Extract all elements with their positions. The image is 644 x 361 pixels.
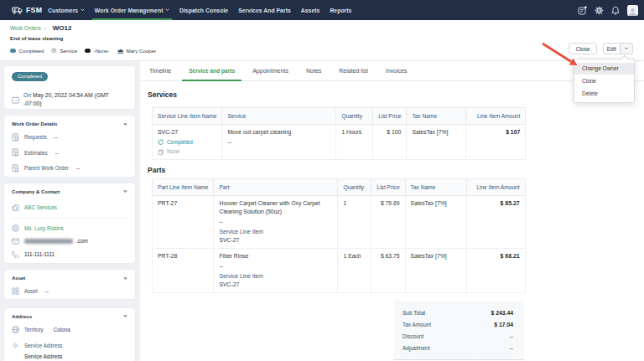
page-header: Work Orders › WO12 End of lease cleaning… bbox=[0, 20, 644, 61]
service-line-item-ref[interactable]: SVC-27 bbox=[219, 236, 332, 244]
collapse-chevron-icon[interactable] bbox=[123, 315, 127, 317]
settings-gear-icon[interactable] bbox=[595, 6, 604, 15]
summary-label: Adjustment bbox=[402, 345, 430, 351]
service-line-item-label: Service Line Item bbox=[219, 228, 332, 235]
territory-link[interactable]: Territory bbox=[24, 327, 44, 333]
layers-icon bbox=[158, 149, 164, 156]
parts-section-title: Parts bbox=[148, 160, 644, 174]
service-line-item-label: Service Line Item bbox=[219, 272, 332, 280]
phone-number: 111-111-1111 bbox=[24, 251, 55, 257]
part-tax: SalesTax [7%] bbox=[405, 196, 466, 248]
tab-service-and-parts[interactable]: Service and parts bbox=[189, 61, 235, 80]
collapse-chevron-icon[interactable] bbox=[123, 277, 127, 280]
menu-item-change-owner[interactable]: Change Owner bbox=[574, 63, 634, 75]
nav-item-dispatch-console[interactable]: Dispatch Console bbox=[174, 0, 233, 20]
fsm-logo[interactable]: FSM bbox=[0, 0, 43, 20]
contact-item: Ms. Lucy Robins bbox=[4, 222, 135, 235]
tab-bar: Timeline Service and parts Appointments … bbox=[140, 61, 644, 81]
part-row-prt27[interactable]: PRT-27 Hoover Carpet Cleaner with Oxy Ca… bbox=[153, 196, 526, 248]
collapse-chevron-icon[interactable] bbox=[123, 190, 127, 193]
parent-work-order-item: Parent Work Order-- bbox=[4, 161, 135, 176]
edit-menu-caret-button[interactable] bbox=[621, 43, 634, 54]
part-note: -- bbox=[219, 262, 332, 270]
service-row-svc27[interactable]: SVC-27 Completed None Move out carpet cl… bbox=[153, 125, 526, 160]
asset-header: Asset bbox=[4, 270, 135, 284]
requests-link[interactable]: Requests bbox=[24, 134, 47, 140]
tab-notes[interactable]: Notes bbox=[306, 61, 321, 80]
truck-icon bbox=[12, 7, 23, 14]
menu-item-clone[interactable]: Clone bbox=[574, 75, 634, 87]
breadcrumb-work-orders[interactable]: Work Orders bbox=[10, 25, 41, 31]
service-status: Completed bbox=[158, 139, 216, 147]
part-line-item-name[interactable]: PRT-28 bbox=[158, 252, 208, 260]
tab-appointments[interactable]: Appointments bbox=[252, 61, 288, 80]
part-amount: $ 68.21 bbox=[466, 248, 525, 292]
service-address-link[interactable]: Service Address bbox=[24, 343, 63, 348]
card-title: Asset bbox=[12, 276, 25, 281]
nav-item-customers[interactable]: Customers bbox=[43, 0, 89, 20]
col-list-price: List Price bbox=[371, 179, 405, 196]
main-panel: Timeline Service and parts Appointments … bbox=[140, 61, 644, 361]
part-row-prt28[interactable]: PRT-28 Fiber Rinse -- Service Line Item … bbox=[153, 248, 526, 292]
company-link[interactable]: ABC Services bbox=[24, 204, 57, 210]
status-card: Completed On May 20, 2022 04:54 AM (GMT … bbox=[3, 65, 136, 110]
estimates-link[interactable]: Estimates bbox=[24, 150, 48, 156]
part-note: -- bbox=[219, 218, 332, 225]
scheduled-datetime-row: On May 20, 2022 04:54 AM (GMT -07:00) bbox=[4, 81, 135, 109]
col-service-line-item-name: Service Line Item Name bbox=[153, 108, 222, 125]
part-tax: SalesTax [7%] bbox=[405, 248, 466, 292]
status-cycle-icon bbox=[158, 139, 164, 146]
asset-link[interactable]: Asset bbox=[24, 288, 38, 294]
service-address-gear-icon bbox=[12, 342, 19, 349]
chevron-down-icon bbox=[165, 8, 169, 12]
territory-item: TerritoryColona bbox=[4, 322, 135, 337]
card-title: Work Order Details bbox=[12, 121, 57, 126]
fsm-work-order-page: FSM Customers Work Order Management Disp… bbox=[0, 0, 644, 361]
part-line-item-name[interactable]: PRT-27 bbox=[158, 199, 208, 208]
service-line-item-name[interactable]: SVC-27 bbox=[158, 128, 216, 137]
services-section-title: Services bbox=[148, 81, 644, 99]
nav-item-reports[interactable]: Reports bbox=[325, 0, 356, 20]
company-item: ABC Services bbox=[4, 199, 135, 214]
user-avatar[interactable] bbox=[627, 5, 638, 16]
breadcrumb-separator: › bbox=[44, 25, 46, 30]
nav-item-label: Customers bbox=[48, 8, 78, 13]
crown-icon bbox=[117, 49, 124, 54]
part-quantity: 1 bbox=[338, 196, 371, 248]
services-header-row: Service Line Item Name Service Quantity … bbox=[153, 108, 526, 125]
service-line-item-ref[interactable]: SVC-27 bbox=[219, 281, 332, 288]
email-domain-suffix: .com bbox=[76, 238, 88, 244]
summary-label: Sub Total bbox=[402, 310, 425, 316]
legend-label: -None- bbox=[94, 48, 110, 54]
territory-value: Colona bbox=[54, 327, 70, 333]
navbar-right bbox=[578, 0, 644, 20]
announcements-icon[interactable] bbox=[578, 6, 587, 15]
completed-status-swatch bbox=[10, 49, 16, 53]
nav-item-assets[interactable]: Assets bbox=[296, 0, 325, 20]
document-search-icon bbox=[12, 164, 19, 173]
contact-link[interactable]: Ms. Lucy Robins bbox=[24, 225, 64, 231]
summary-label: Discount bbox=[402, 333, 423, 339]
tab-related-list[interactable]: Related list bbox=[339, 61, 368, 80]
col-quantity: Quantity bbox=[338, 179, 371, 196]
collapse-chevron-icon[interactable] bbox=[123, 123, 127, 126]
notifications-bell-icon[interactable] bbox=[611, 6, 620, 15]
chevron-down-icon bbox=[624, 47, 629, 50]
address-card: Address TerritoryColona Service Address … bbox=[3, 307, 136, 361]
edit-button[interactable]: Edit bbox=[603, 43, 621, 54]
menu-item-delete[interactable]: Delete bbox=[574, 87, 634, 100]
parent-work-order-link[interactable]: Parent Work Order bbox=[24, 165, 69, 171]
parent-work-order-value: -- bbox=[76, 165, 80, 171]
tax-amount-row: Tax Amount$ 17.04 bbox=[402, 319, 513, 331]
header-actions: Close Edit bbox=[569, 43, 633, 54]
tab-timeline[interactable]: Timeline bbox=[149, 61, 171, 80]
estimates-value: -- bbox=[55, 150, 59, 156]
part-quantity: 1 Each bbox=[338, 248, 371, 292]
adjustment-row: Adjustment-- bbox=[402, 343, 513, 354]
nav-item-services-and-parts[interactable]: Services And Parts bbox=[233, 0, 296, 20]
nav-item-label: Work Order Management bbox=[95, 8, 164, 13]
tab-invoices[interactable]: Invoices bbox=[386, 61, 408, 80]
close-button[interactable]: Close bbox=[569, 43, 597, 54]
nav-item-work-order-management[interactable]: Work Order Management bbox=[90, 0, 174, 20]
nav-item-label: Dispatch Console bbox=[179, 8, 228, 13]
